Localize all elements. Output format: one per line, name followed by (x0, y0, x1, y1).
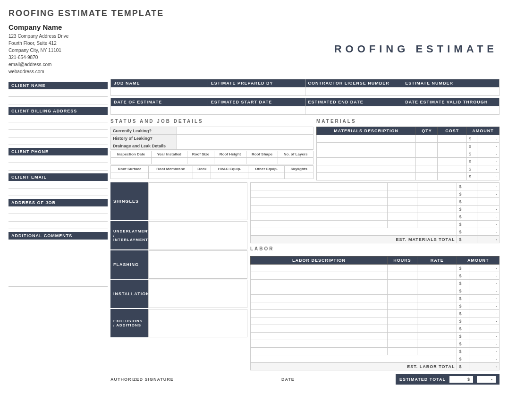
mat2-desc-2[interactable] (251, 198, 388, 206)
labor-hours-7[interactable] (387, 317, 417, 325)
labor-rate-8[interactable] (417, 325, 457, 333)
labor-hours-10[interactable] (387, 340, 417, 348)
roof-surface-value[interactable] (111, 172, 149, 179)
skylights-value[interactable] (285, 172, 313, 179)
mat-qty-4[interactable] (416, 165, 438, 173)
client-name-value[interactable] (8, 89, 108, 97)
mat2-desc-1[interactable] (251, 190, 388, 198)
labor-desc-8[interactable] (251, 325, 388, 333)
mat2-qty-0[interactable] (387, 183, 417, 190)
labor-rate-0[interactable] (417, 265, 457, 272)
labor-hours-9[interactable] (387, 333, 417, 340)
mat2-cost-5[interactable] (417, 221, 457, 228)
currently-leaking-value[interactable] (177, 127, 313, 135)
mat2-qty-1[interactable] (387, 190, 417, 198)
client-email-value2[interactable] (8, 189, 108, 196)
labor-hours-3[interactable] (387, 287, 417, 295)
estimated-start-value[interactable] (208, 106, 305, 115)
mat-qty-0[interactable] (416, 135, 438, 143)
labor-desc-3[interactable] (251, 287, 388, 295)
mat2-desc-4[interactable] (251, 213, 388, 221)
labor-desc-2[interactable] (251, 280, 388, 287)
labor-desc-0[interactable] (251, 265, 388, 272)
mat-desc-5[interactable] (317, 173, 416, 180)
drainage-value[interactable] (177, 142, 313, 150)
labor-rate-9[interactable] (417, 333, 457, 340)
labor-rate-1[interactable] (417, 272, 457, 280)
labor-rate-11[interactable] (417, 348, 457, 355)
roof-height-value[interactable] (214, 158, 246, 164)
mat2-cost-0[interactable] (417, 183, 457, 190)
mat2-qty-4[interactable] (387, 213, 417, 221)
labor-rate-2[interactable] (417, 280, 457, 287)
exclusions-value[interactable] (148, 309, 247, 337)
labor-desc-11[interactable] (251, 348, 388, 355)
underlayment-value[interactable] (148, 221, 247, 249)
flashing-value[interactable] (148, 250, 247, 279)
client-billing-value4[interactable] (8, 137, 108, 145)
client-billing-value3[interactable] (8, 130, 108, 137)
mat2-desc-0[interactable] (251, 183, 388, 190)
roof-shape-value[interactable] (246, 158, 278, 164)
estimate-number-value[interactable] (402, 87, 500, 96)
mat-desc-0[interactable] (317, 135, 416, 143)
inspection-date-value[interactable] (111, 158, 152, 164)
mat-qty-1[interactable] (416, 143, 438, 150)
client-phone-value[interactable] (8, 155, 108, 163)
mat2-desc-3[interactable] (251, 206, 388, 213)
roof-membrane-value[interactable] (148, 172, 193, 179)
mat-desc-1[interactable] (317, 143, 416, 150)
mat-desc-2[interactable] (317, 150, 416, 158)
shingles-value[interactable] (148, 182, 247, 220)
mat2-desc-5[interactable] (251, 221, 388, 228)
address-job-value3[interactable] (8, 222, 108, 229)
labor-hours-1[interactable] (387, 272, 417, 280)
estimate-prepared-value[interactable] (208, 87, 305, 96)
deck-value[interactable] (193, 172, 211, 179)
mat-cost-4[interactable] (438, 165, 466, 173)
mat-qty-5[interactable] (416, 173, 438, 180)
labor-rate-3[interactable] (417, 287, 457, 295)
mat2-cost-4[interactable] (417, 213, 457, 221)
year-installed-value[interactable] (151, 158, 187, 164)
valid-through-value[interactable] (402, 106, 500, 115)
address-job-value2[interactable] (8, 214, 108, 222)
mat-cost-0[interactable] (438, 135, 466, 143)
mat2-cost-3[interactable] (417, 206, 457, 213)
labor-desc-4[interactable] (251, 295, 388, 302)
labor-hours-4[interactable] (387, 295, 417, 302)
labor-rate-7[interactable] (417, 317, 457, 325)
labor-rate-6[interactable] (417, 310, 457, 317)
labor-hours-5[interactable] (387, 302, 417, 310)
other-equip-value[interactable] (248, 172, 284, 179)
mat-cost-3[interactable] (438, 158, 466, 165)
job-name-value[interactable] (111, 87, 208, 96)
contractor-license-value[interactable] (305, 87, 402, 96)
hvac-equip-value[interactable] (211, 172, 248, 179)
labor-hours-6[interactable] (387, 310, 417, 317)
labor-desc-6[interactable] (251, 310, 388, 317)
mat-qty-3[interactable] (416, 158, 438, 165)
additional-comments-value1[interactable] (8, 240, 108, 287)
client-billing-value2[interactable] (8, 122, 108, 130)
client-name-value2[interactable] (8, 97, 108, 104)
labor-rate-5[interactable] (417, 302, 457, 310)
labor-hours-11[interactable] (387, 348, 417, 355)
labor-desc-5[interactable] (251, 302, 388, 310)
client-email-value[interactable] (8, 181, 108, 189)
mat-cost-5[interactable] (438, 173, 466, 180)
client-phone-value2[interactable] (8, 163, 108, 171)
mat2-qty-3[interactable] (387, 206, 417, 213)
mat-cost-1[interactable] (438, 143, 466, 150)
labor-hours-0[interactable] (387, 265, 417, 272)
mat-desc-4[interactable] (317, 165, 416, 173)
labor-desc-1[interactable] (251, 272, 388, 280)
labor-rate-4[interactable] (417, 295, 457, 302)
mat2-qty-2[interactable] (387, 198, 417, 206)
mat2-cost-2[interactable] (417, 198, 457, 206)
history-leaking-value[interactable] (177, 135, 313, 142)
roof-size-value[interactable] (187, 158, 214, 164)
labor-desc-7[interactable] (251, 317, 388, 325)
client-billing-value1[interactable] (8, 115, 108, 122)
no-of-layers-value[interactable] (278, 158, 313, 164)
